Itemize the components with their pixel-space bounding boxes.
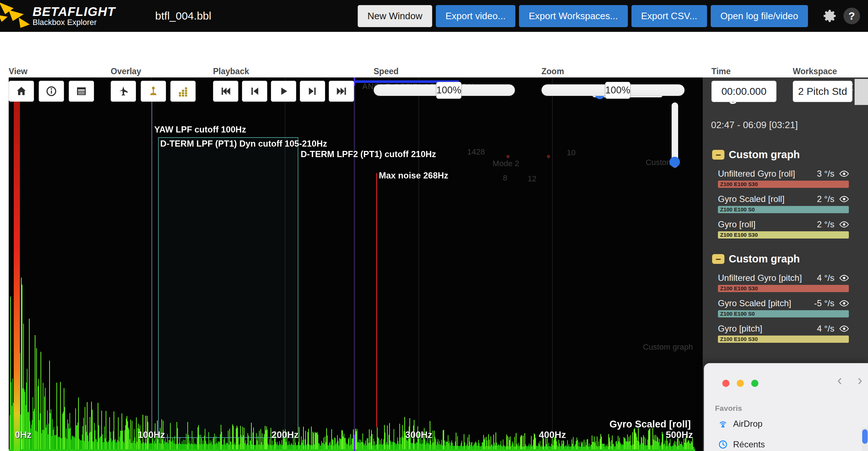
filter-marker-label: D-TERM LPF (PT1) Dyn cutoff 105-210Hz <box>160 139 327 149</box>
legend-row: Unfiltered Gyro [roll]3 °/sZ100 E100 S30 <box>718 169 859 188</box>
view-section-label: View <box>9 67 27 76</box>
settings-gear-icon[interactable] <box>822 8 838 24</box>
frequency-axis-label: 400Hz <box>539 429 566 441</box>
overlay-watermark-text: 8 <box>503 173 507 183</box>
skip-to-end-icon <box>336 86 347 97</box>
workspace-select[interactable]: 2 Pitch Std <box>793 81 852 102</box>
zoom-slider-value[interactable]: 100% <box>605 82 630 99</box>
legend-field-value: 3 °/s <box>817 169 834 179</box>
export-csv-button[interactable]: Export CSV... <box>631 5 707 27</box>
time-display-field[interactable]: 00:00.000 <box>711 81 776 102</box>
plane-icon <box>118 85 129 97</box>
frequency-axis-label: 500Hz <box>666 429 693 441</box>
zoom-section-label: Zoom <box>541 67 564 76</box>
previous-frame-button[interactable] <box>242 81 267 102</box>
legend-curve-settings-bar[interactable]: Z100 E100 S0 <box>718 206 849 213</box>
current-trace-label: Gyro Scaled [roll] <box>609 419 691 430</box>
play-pause-button[interactable] <box>271 81 296 102</box>
brand-block: BETAFLIGHT Blackbox Explorer <box>33 5 115 27</box>
new-window-button[interactable]: New Window <box>358 5 432 27</box>
jump-to-end-button[interactable] <box>329 81 354 102</box>
legend-field-name[interactable]: Gyro Scaled [roll] <box>718 194 817 204</box>
overlay-analyser-button[interactable] <box>170 81 196 102</box>
visibility-eye-icon[interactable] <box>839 325 849 332</box>
sticks-icon <box>148 85 159 97</box>
legend-groups: −Custom graphUnfiltered Gyro [roll]3 °/s… <box>703 149 868 343</box>
finder-minimize-button[interactable] <box>737 380 744 387</box>
overlay-sticks-button[interactable] <box>141 81 166 102</box>
collapse-group-icon[interactable]: − <box>712 254 724 264</box>
workspace-section-label: Workspace <box>793 67 837 76</box>
legend-curve-settings-bar[interactable]: Z100 E100 S30 <box>718 181 849 188</box>
help-icon[interactable]: ? <box>843 8 860 24</box>
scrollbar-thumb[interactable] <box>862 429 868 444</box>
legend-row: Unfiltered Gyro [pitch]4 °/sZ100 E100 S3… <box>718 273 859 292</box>
sidebar-item-label: AirDrop <box>733 419 762 429</box>
frequency-axis-label: 100Hz <box>138 429 165 441</box>
legend-field-name[interactable]: Unfiltered Gyro [roll] <box>718 169 817 179</box>
finder-window: ‹ › Favoris AirDrop Récents <box>704 363 868 451</box>
legend-field-name[interactable]: Gyro [pitch] <box>718 324 817 334</box>
legend-group-header: −Custom graph <box>712 149 859 161</box>
legend-field-name[interactable]: Unfiltered Gyro [pitch] <box>718 273 817 283</box>
view-table-button[interactable] <box>69 81 94 102</box>
collapse-group-icon[interactable]: − <box>712 150 724 160</box>
speed-slider-value[interactable]: 100% <box>436 82 461 99</box>
filter-marker-label: D-TERM LPF2 (PT1) cutoff 210Hz <box>301 149 436 159</box>
overlay-section-label: Overlay <box>111 67 141 76</box>
brand-title: BETAFLIGHT <box>33 5 115 18</box>
legend-field-name[interactable]: Gyro [roll] <box>718 219 817 229</box>
back-chevron-icon[interactable]: ‹ <box>837 373 842 387</box>
sidebar-item-recents[interactable]: Récents <box>718 439 765 450</box>
spectrum-canvas[interactable] <box>9 77 695 451</box>
workspace-dropdown-gutter <box>855 79 868 105</box>
toolbar: View Overlay Playback Speed Zoom Time Wo… <box>0 32 868 77</box>
airdrop-icon <box>718 419 728 429</box>
visibility-eye-icon[interactable] <box>839 275 849 281</box>
visibility-eye-icon[interactable] <box>839 300 849 307</box>
vertical-slider-handle[interactable] <box>669 157 680 167</box>
legend-curve-settings-bar[interactable]: Z100 E100 S30 <box>718 231 849 239</box>
legend-curve-settings-bar[interactable]: Z100 E100 S30 <box>718 336 849 343</box>
overlay-watermark-text: 12 <box>528 174 536 184</box>
visibility-eye-icon[interactable] <box>839 196 849 202</box>
finder-zoom-button[interactable] <box>751 380 758 387</box>
time-cursor-cap-bottom <box>354 435 355 451</box>
open-log-button[interactable]: Open log file/video <box>711 5 808 27</box>
legend-group-header: −Custom graph <box>712 253 859 265</box>
visibility-eye-icon[interactable] <box>839 170 849 177</box>
frequency-axis-label: 300Hz <box>405 429 432 441</box>
step-back-icon <box>249 86 260 97</box>
legend-group: −Custom graphUnfiltered Gyro [roll]3 °/s… <box>712 149 859 239</box>
legend-curve-settings-bar[interactable]: Z100 E100 S0 <box>718 310 849 317</box>
view-log-info-button[interactable] <box>39 81 64 102</box>
export-workspaces-button[interactable]: Export Workspaces... <box>519 5 628 27</box>
forward-chevron-icon[interactable]: › <box>858 373 862 387</box>
bars-icon <box>177 85 189 97</box>
legend-field-value: -5 °/s <box>814 298 834 308</box>
app-header: BETAFLIGHT Blackbox Explorer btfl_004.bb… <box>0 0 868 32</box>
analyser-vertical-slider[interactable] <box>672 102 678 168</box>
legend-field-value: 2 °/s <box>817 194 834 204</box>
header-buttons: New Window Export video... Export Worksp… <box>358 5 808 27</box>
filter-range-box <box>158 137 298 438</box>
export-video-button[interactable]: Export video... <box>436 5 515 27</box>
legend-curve-settings-bar[interactable]: Z100 E100 S30 <box>718 285 849 292</box>
jump-to-start-button[interactable] <box>213 81 238 102</box>
overlay-watermark-text: Custom graph <box>643 342 693 352</box>
overlay-watermark-text: Custom <box>646 158 673 167</box>
visibility-eye-icon[interactable] <box>839 221 849 228</box>
overlay-craft-button[interactable] <box>111 81 136 102</box>
legend-group-title: Custom graph <box>729 149 800 161</box>
filter-marker-line <box>152 85 152 436</box>
legend-field-name[interactable]: Gyro Scaled [pitch] <box>718 298 814 308</box>
overlay-watermark-text: 10 <box>567 148 575 157</box>
frequency-axis-label: 200Hz <box>272 429 299 441</box>
sidebar-item-airdrop[interactable]: AirDrop <box>718 419 762 429</box>
legend-field-value: 4 °/s <box>817 324 834 334</box>
next-frame-button[interactable] <box>300 81 325 102</box>
view-home-button[interactable] <box>9 81 34 102</box>
frequency-plot: ANGLE OFF|BLACKBOX ON Gyro Scaled [roll]… <box>9 77 695 451</box>
legend-field-value: 4 °/s <box>817 273 834 283</box>
finder-close-button[interactable] <box>722 380 729 387</box>
